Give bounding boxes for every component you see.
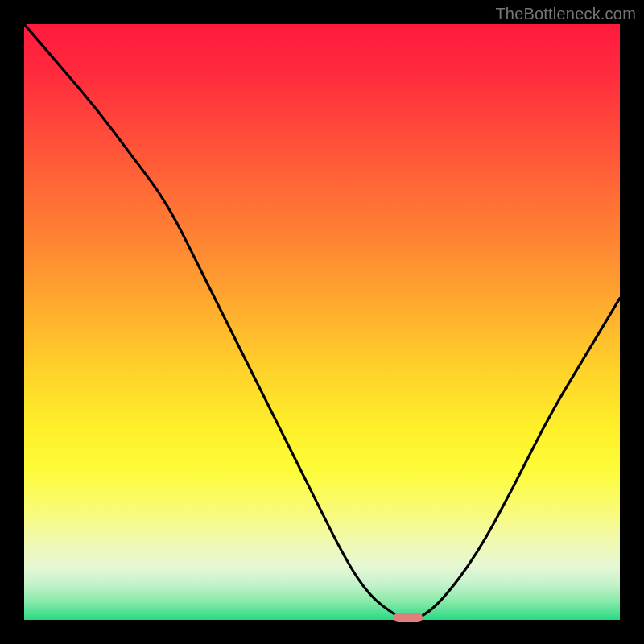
plot-area: [24, 24, 620, 620]
watermark-text: TheBottleneck.com: [495, 5, 636, 23]
minimum-marker: [394, 613, 423, 622]
bottleneck-curve: [24, 24, 620, 620]
chart-container: TheBottleneck.com: [0, 0, 644, 644]
curve-path: [24, 24, 620, 620]
